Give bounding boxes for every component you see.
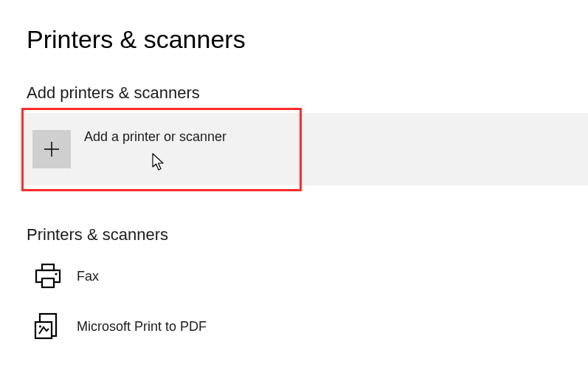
printer-label: Fax <box>77 269 99 284</box>
page-title: Printers & scanners <box>27 25 561 54</box>
cursor-icon <box>152 153 167 172</box>
add-section-heading: Add printers & scanners <box>27 83 561 103</box>
svg-point-5 <box>55 273 57 275</box>
fax-printer-icon <box>32 261 63 292</box>
printers-list-section: Printers & scanners Fax <box>27 225 561 348</box>
list-item[interactable]: Fax <box>32 255 561 298</box>
add-printers-section: Add printers & scanners Add a printer or… <box>27 83 561 185</box>
list-item[interactable]: Microsoft Print to PDF <box>32 305 561 348</box>
svg-rect-4 <box>42 278 54 287</box>
add-printer-label: Add a printer or scanner <box>84 129 226 145</box>
printer-label: Microsoft Print to PDF <box>77 319 207 335</box>
svg-point-8 <box>39 325 41 327</box>
pdf-printer-icon <box>32 311 63 342</box>
list-section-heading: Printers & scanners <box>27 225 561 244</box>
plus-icon <box>32 130 71 168</box>
svg-rect-7 <box>35 322 52 338</box>
svg-rect-2 <box>42 264 54 270</box>
add-printer-button[interactable]: Add a printer or scanner <box>24 113 588 185</box>
